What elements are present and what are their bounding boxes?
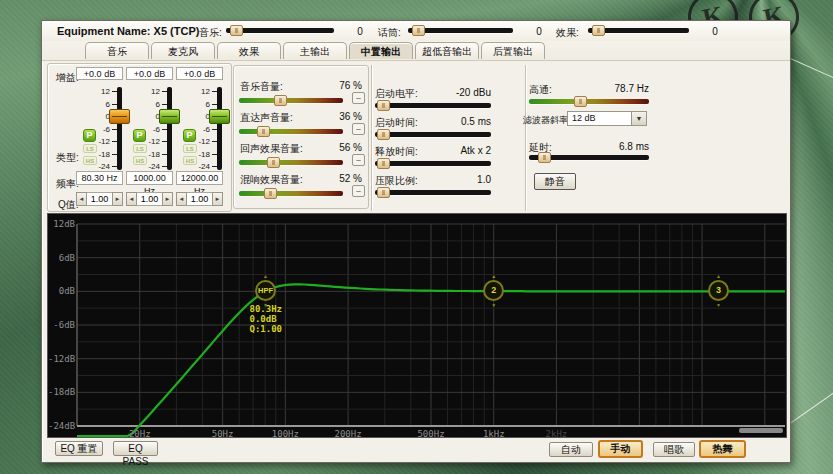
direct-sound-volume-slider-knob[interactable]	[257, 126, 270, 137]
compress-ratio-slider[interactable]	[375, 186, 491, 199]
freq-tick-label: 20Hz	[120, 429, 160, 439]
filter-type-peak-button[interactable]: P	[83, 129, 96, 142]
top-microphone-slider-knob[interactable]	[412, 25, 425, 36]
eq-marker-hpf[interactable]: ▲HPF▼	[255, 274, 276, 308]
band-gain-slider-track[interactable]	[117, 87, 122, 170]
q-decrement-button[interactable]: ◄	[176, 192, 187, 206]
attack-time-slider[interactable]	[375, 128, 491, 141]
eq-pass-button[interactable]: EQ PASS	[113, 441, 158, 456]
band-q-value[interactable]: 1.00	[137, 192, 162, 206]
gain-tick-label: 12	[126, 87, 160, 96]
filter-type-lowshelf-button[interactable]: LS	[183, 144, 197, 153]
attack-time-slider-track[interactable]	[375, 132, 491, 137]
echo-effect-volume-slider-knob[interactable]	[267, 157, 280, 168]
eq-marker-2[interactable]: ▲2▼	[483, 274, 504, 308]
compress-ratio-slider-knob[interactable]	[377, 187, 390, 198]
reverb-effect-volume-slider-track[interactable]	[239, 191, 343, 196]
top-music-slider-knob[interactable]	[230, 25, 243, 36]
band-gain-field[interactable]: +0.0 dB	[76, 67, 123, 80]
gain-tick-mark	[212, 154, 217, 155]
marker-up-arrow-icon: ▲	[255, 274, 276, 279]
tab-center-output[interactable]: 中置输出	[349, 42, 413, 59]
tab-microphone[interactable]: 麦克风	[151, 42, 215, 59]
gain-tick-label: 6	[176, 100, 210, 109]
band-gain-slider-track[interactable]	[167, 87, 172, 170]
highpass-slider-track[interactable]	[529, 99, 649, 104]
band-q-value[interactable]: 1.00	[187, 192, 212, 206]
music-volume-stepper-button[interactable]: –	[352, 92, 365, 104]
tab-rear-output[interactable]: 后置输出	[481, 42, 545, 59]
attack-time-slider-knob[interactable]	[377, 129, 390, 140]
echo-effect-volume-slider[interactable]	[239, 156, 343, 169]
eq-reset-button[interactable]: EQ 重置	[55, 441, 103, 456]
graph-scrollbar-thumb[interactable]	[739, 428, 783, 433]
highpass-slider-knob[interactable]	[574, 96, 587, 107]
top-effect-label: 效果:	[556, 26, 579, 40]
direct-sound-volume-stepper-button[interactable]: –	[352, 123, 365, 135]
reverb-effect-volume-stepper-button[interactable]: –	[352, 185, 365, 197]
q-increment-button[interactable]: ►	[162, 192, 173, 206]
top-music-slider[interactable]	[226, 24, 334, 37]
band-gain-field[interactable]: +0.0 dB	[176, 67, 223, 80]
chevron-down-icon[interactable]: ▼	[631, 112, 646, 125]
db-tick-label: -6dB	[48, 320, 75, 330]
band-gain-field[interactable]: +0.0 dB	[126, 67, 173, 80]
q-decrement-button[interactable]: ◄	[126, 192, 137, 206]
band-frequency-field[interactable]: 1000.00 Hz	[126, 171, 173, 185]
marker-circle[interactable]: 2	[483, 280, 504, 301]
reverb-effect-volume-slider-knob[interactable]	[264, 188, 277, 199]
reverb-effect-volume-slider[interactable]	[239, 187, 343, 200]
dance-button[interactable]: 热舞	[699, 440, 746, 458]
threshold-level-slider[interactable]	[375, 99, 491, 112]
top-effect-slider[interactable]	[588, 24, 689, 37]
direct-sound-volume-slider-track[interactable]	[239, 129, 343, 134]
band-q-value[interactable]: 1.00	[87, 192, 112, 206]
gain-tick-label: 0	[126, 112, 160, 121]
threshold-level-slider-knob[interactable]	[377, 100, 390, 111]
music-volume-slider-knob[interactable]	[274, 95, 287, 106]
top-microphone-slider[interactable]	[408, 24, 513, 37]
filter-type-peak-button[interactable]: P	[183, 129, 196, 142]
filter-type-highshelf-button[interactable]: HS	[183, 156, 197, 165]
release-time-slider-knob[interactable]	[377, 158, 390, 169]
threshold-level-slider-track[interactable]	[375, 103, 491, 108]
echo-effect-volume-slider-track[interactable]	[239, 160, 343, 165]
manual-button[interactable]: 手动	[598, 440, 643, 458]
marker-circle[interactable]: HPF	[255, 280, 276, 301]
tab-main-output[interactable]: 主输出	[283, 42, 347, 59]
filter-slope-dropdown[interactable]: 12 dB ▼	[567, 111, 647, 126]
auto-button[interactable]: 自动	[549, 442, 593, 457]
band-frequency-field[interactable]: 80.30 Hz	[76, 171, 123, 185]
band-frequency-field[interactable]: 12000.00 Hz	[176, 171, 223, 185]
release-time-slider[interactable]	[375, 157, 491, 170]
q-decrement-button[interactable]: ◄	[76, 192, 87, 206]
release-time-slider-track[interactable]	[375, 161, 491, 166]
tab-music[interactable]: 音乐	[85, 42, 149, 59]
q-increment-button[interactable]: ►	[112, 192, 123, 206]
filter-type-lowshelf-button[interactable]: LS	[83, 144, 97, 153]
panel-separator	[525, 65, 526, 211]
echo-effect-volume-stepper-button[interactable]: –	[352, 154, 365, 166]
band-gain-slider-track[interactable]	[217, 87, 222, 170]
top-effect-slider-knob[interactable]	[592, 25, 605, 36]
highpass-slider[interactable]	[529, 95, 649, 108]
filter-type-highshelf-button[interactable]: HS	[133, 156, 147, 165]
mute-button[interactable]: 静音	[534, 173, 576, 190]
delay-slider-knob[interactable]	[538, 152, 551, 163]
sing-button[interactable]: 唱歌	[653, 442, 695, 457]
filter-type-peak-button[interactable]: P	[133, 129, 146, 142]
tab-effect[interactable]: 效果	[217, 42, 281, 59]
music-volume-slider-track[interactable]	[239, 98, 343, 103]
filter-type-lowshelf-button[interactable]: LS	[133, 144, 147, 153]
compress-ratio-slider-track[interactable]	[375, 190, 491, 195]
eq-marker-3[interactable]: ▲3▼	[708, 274, 729, 308]
music-volume-slider[interactable]	[239, 94, 343, 107]
marker-circle[interactable]: 3	[708, 280, 729, 301]
direct-sound-volume-slider[interactable]	[239, 125, 343, 138]
delay-slider[interactable]	[529, 151, 649, 164]
gain-tick-mark	[162, 166, 167, 167]
filter-type-highshelf-button[interactable]: HS	[83, 156, 97, 165]
tab-subwoofer-output[interactable]: 超低音输出	[415, 42, 479, 59]
q-increment-button[interactable]: ►	[212, 192, 223, 206]
band-gain-slider-handle[interactable]	[209, 109, 230, 124]
